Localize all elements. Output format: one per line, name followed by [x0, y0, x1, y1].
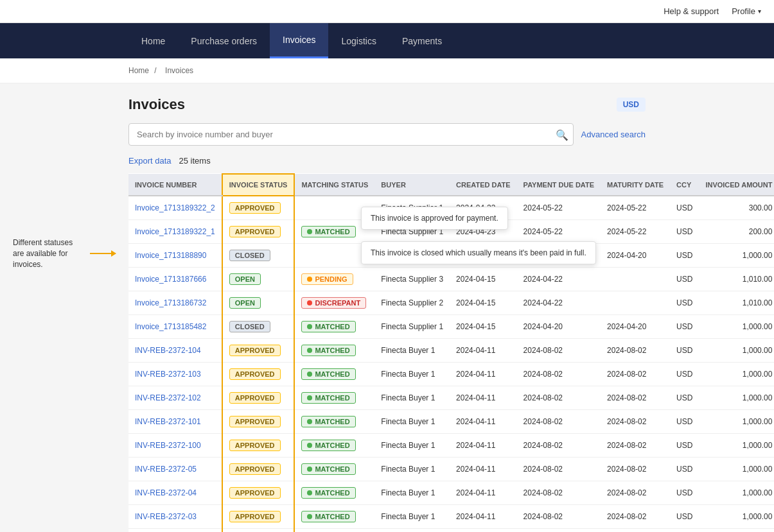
- cell-payment-due-date: 2024-05-22: [517, 196, 601, 220]
- cell-matching-status: PENDING: [294, 268, 374, 291]
- cell-buyer: Finecta Buyer 1: [374, 434, 450, 458]
- table-row[interactable]: Invoice_1713186732OPENDISCREPANTFinecta …: [128, 291, 774, 315]
- cell-ccy: USD: [670, 268, 699, 291]
- col-buyer: BUYER: [374, 174, 450, 196]
- cell-invoice-number: INV-REB-2372-05: [128, 458, 222, 481]
- table-row[interactable]: INV-REB-2372-102APPROVEDMATCHEDFinecta B…: [128, 386, 774, 410]
- cell-buyer: Finecta Supplier 1: [374, 315, 450, 339]
- table-row[interactable]: Invoice_1713185482CLOSEDMATCHEDFinecta S…: [128, 315, 774, 339]
- table-row[interactable]: Invoice_1713187666OPENPENDINGFinecta Sup…: [128, 268, 774, 291]
- advanced-search-link[interactable]: Advanced search: [581, 130, 646, 139]
- search-input-wrap: 🔍: [128, 123, 574, 146]
- nav-item-payments[interactable]: Payments: [389, 24, 455, 58]
- export-data-link[interactable]: Export data: [128, 156, 172, 166]
- invoice-status-badge: APPROVED: [229, 511, 281, 522]
- matching-status-badge: MATCHED: [301, 321, 355, 332]
- cell-invoiced-amount: 1,000.00: [699, 339, 774, 363]
- matching-status-badge: MATCHED: [301, 392, 355, 404]
- invoice-status-badge: CLOSED: [229, 250, 270, 261]
- profile-label: Profile: [732, 6, 755, 16]
- status-dot-icon: [307, 277, 312, 282]
- cell-ccy: USD: [670, 529, 699, 533]
- cell-created-date: 2024-04-11: [450, 410, 517, 434]
- cell-invoiced-amount: 1,000.00: [699, 363, 774, 386]
- cell-matching-status: MATCHED: [294, 458, 374, 481]
- cell-payment-due-date: 2024-08-02: [517, 410, 601, 434]
- cell-invoice-status: APPROVED: [222, 339, 295, 363]
- cell-created-date: 2024-04-11: [450, 505, 517, 529]
- cell-maturity-date: 2024-08-02: [601, 410, 670, 434]
- table-row[interactable]: INV-REB-2372-02APPROVEDMATCHEDFinecta Bu…: [128, 529, 774, 533]
- status-dot-icon: [307, 443, 312, 448]
- invoice-status-badge: APPROVED: [229, 416, 281, 427]
- status-dot-icon: [307, 514, 312, 519]
- cell-ccy: USD: [670, 315, 699, 339]
- chevron-down-icon: ▾: [758, 8, 761, 15]
- invoice-status-badge: APPROVED: [229, 440, 281, 451]
- nav-item-logistics[interactable]: Logistics: [328, 24, 389, 58]
- profile-menu[interactable]: Profile ▾: [732, 6, 761, 16]
- cell-matching-status: MATCHED: [294, 386, 374, 410]
- status-dot-icon: [307, 419, 312, 424]
- nav-item-home[interactable]: Home: [128, 24, 178, 58]
- cell-matching-status: MATCHED: [294, 505, 374, 529]
- cell-ccy: USD: [670, 244, 699, 268]
- annotation-text: Different statuses are available for inv…: [13, 237, 85, 270]
- search-input[interactable]: [128, 123, 574, 146]
- cell-payment-due-date: 2024-04-20: [517, 315, 601, 339]
- cell-ccy: USD: [670, 386, 699, 410]
- table-row[interactable]: INV-REB-2372-104APPROVEDMATCHEDFinecta B…: [128, 339, 774, 363]
- breadcrumb-home[interactable]: Home: [128, 66, 149, 75]
- matching-status-badge: MATCHED: [301, 511, 355, 522]
- cell-created-date: 2024-04-15: [450, 291, 517, 315]
- top-bar: Help & support Profile ▾: [0, 0, 774, 23]
- status-dot-icon: [307, 372, 312, 377]
- nav-item-purchase-orders[interactable]: Purchase orders: [178, 24, 270, 58]
- page-header: Invoices USD: [128, 96, 646, 113]
- cell-invoice-status: APPROVED: [222, 505, 295, 529]
- cell-invoiced-amount: 1,000.00: [699, 481, 774, 505]
- table-row[interactable]: INV-REB-2372-04APPROVEDMATCHEDFinecta Bu…: [128, 481, 774, 505]
- cell-invoice-status: APPROVED: [222, 196, 295, 220]
- table-row[interactable]: INV-REB-2372-05APPROVEDMATCHEDFinecta Bu…: [128, 458, 774, 481]
- status-dot-icon: [307, 300, 312, 305]
- cell-maturity-date: 2024-08-02: [601, 386, 670, 410]
- cell-maturity-date: [601, 291, 670, 315]
- cell-ccy: USD: [670, 505, 699, 529]
- table-row[interactable]: INV-REB-2372-103APPROVEDMATCHEDFinecta B…: [128, 363, 774, 386]
- nav-item-invoices[interactable]: Invoices: [270, 23, 328, 58]
- cell-buyer: Finecta Supplier 2: [374, 291, 450, 315]
- search-button[interactable]: 🔍: [556, 128, 568, 141]
- cell-invoice-status: CLOSED: [222, 315, 295, 339]
- cell-invoice-number: Invoice_1713189322_2: [128, 196, 222, 220]
- table-row[interactable]: INV-REB-2372-100APPROVEDMATCHEDFinecta B…: [128, 434, 774, 458]
- cell-payment-due-date: 2024-08-02: [517, 481, 601, 505]
- col-maturity-date: MATURITY DATE: [601, 174, 670, 196]
- currency-badge: USD: [617, 98, 646, 112]
- cell-invoice-number: INV-REB-2372-101: [128, 410, 222, 434]
- cell-matching-status: DISCREPANT: [294, 291, 374, 315]
- cell-buyer: Finecta Buyer 1: [374, 481, 450, 505]
- cell-invoiced-amount: 1,000.00: [699, 458, 774, 481]
- cell-invoiced-amount: 1,000.00: [699, 410, 774, 434]
- cell-matching-status: MATCHED: [294, 434, 374, 458]
- cell-matching-status: MATCHED: [294, 315, 374, 339]
- cell-invoice-number: Invoice_1713186732: [128, 291, 222, 315]
- cell-created-date: 2024-04-11: [450, 339, 517, 363]
- cell-created-date: 2024-04-11: [450, 434, 517, 458]
- cell-payment-due-date: 2024-04-22: [517, 291, 601, 315]
- tooltip-approved: This invoice is approved for payment.: [361, 207, 508, 230]
- invoice-status-badge: APPROVED: [229, 368, 281, 380]
- main-content: Invoices USD 🔍 Advanced search Export da…: [0, 83, 774, 532]
- help-support-link[interactable]: Help & support: [664, 6, 719, 16]
- table-row[interactable]: INV-REB-2372-03APPROVEDMATCHEDFinecta Bu…: [128, 505, 774, 529]
- breadcrumb: Home / Invoices: [0, 58, 774, 83]
- cell-invoiced-amount: 1,000.00: [699, 244, 774, 268]
- table-header-row: INVOICE NUMBER INVOICE STATUS MATCHING S…: [128, 174, 774, 196]
- cell-payment-due-date: 2024-08-02: [517, 505, 601, 529]
- matching-status-badge: MATCHED: [301, 416, 355, 427]
- cell-invoiced-amount: 200.00: [699, 220, 774, 244]
- table-row[interactable]: INV-REB-2372-101APPROVEDMATCHEDFinecta B…: [128, 410, 774, 434]
- cell-payment-due-date: 2024-04-22: [517, 268, 601, 291]
- matching-status-badge: MATCHED: [301, 368, 355, 380]
